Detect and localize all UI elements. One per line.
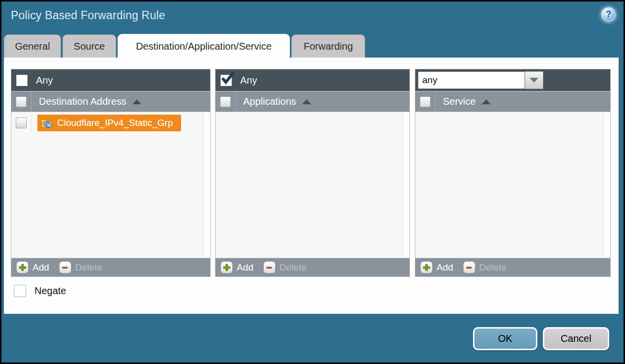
add-button[interactable]: Add	[16, 261, 49, 273]
add-button[interactable]: Add	[220, 261, 253, 273]
tab-bar: General Source Destination/Application/S…	[4, 34, 365, 58]
destination-any-bar: Any	[11, 69, 210, 91]
destination-select-all-checkbox[interactable]	[16, 96, 27, 107]
add-icon	[220, 261, 233, 273]
negate-option: Negate	[14, 285, 66, 297]
applications-select-all-cell	[216, 91, 236, 112]
tab-source[interactable]: Source	[62, 34, 116, 58]
delete-icon	[59, 261, 71, 273]
row-checkbox-cell	[11, 114, 31, 132]
delete-button-label: Delete	[479, 262, 506, 273]
service-list	[415, 112, 610, 258]
chevron-down-icon	[530, 78, 538, 83]
add-icon	[16, 261, 29, 273]
add-button-label: Add	[437, 262, 453, 273]
destination-address-column-header[interactable]: Destination Address	[11, 91, 210, 112]
tab-content-panel: Any Destination Address	[4, 58, 619, 314]
service-select-all-checkbox[interactable]	[420, 96, 431, 107]
sort-asc-icon	[482, 99, 491, 104]
service-panel: any Service	[415, 69, 611, 277]
add-button-label: Add	[237, 262, 253, 273]
destination-address-panel: Any Destination Address	[11, 69, 211, 277]
tab-general[interactable]: General	[4, 34, 61, 58]
applications-footer-bar: Add Delete	[216, 258, 409, 276]
service-footer-bar: Add Delete	[415, 258, 610, 276]
delete-button-label: Delete	[75, 262, 102, 273]
applications-panel: Any Applications Add	[215, 69, 410, 277]
delete-button[interactable]: Delete	[263, 261, 307, 273]
tab-forwarding[interactable]: Forwarding	[291, 34, 365, 58]
address-group-name: Cloudflare_IPv4_Static_Grp	[57, 118, 173, 128]
dropdown-button[interactable]	[525, 71, 543, 89]
applications-any-bar: Any	[216, 69, 409, 91]
ok-button[interactable]: OK	[473, 327, 537, 350]
delete-button[interactable]: Delete	[59, 261, 102, 273]
destination-select-all-cell	[11, 91, 31, 112]
service-select-all-cell	[415, 91, 436, 112]
negate-label: Negate	[34, 285, 66, 297]
destination-footer-bar: Add Delete	[11, 258, 210, 276]
add-icon	[420, 261, 433, 273]
service-dropdown[interactable]: any	[418, 71, 543, 89]
applications-any-label: Any	[240, 75, 257, 86]
scrollbar-track	[603, 112, 610, 258]
cancel-button[interactable]: Cancel	[543, 327, 609, 350]
dialog-title: Policy Based Forwarding Rule	[11, 9, 165, 22]
negate-checkbox[interactable]	[14, 285, 26, 297]
help-icon[interactable]: ?	[601, 7, 616, 22]
row-checkbox[interactable]	[16, 118, 27, 128]
service-dropdown-value[interactable]: any	[418, 71, 525, 89]
applications-select-all-checkbox[interactable]	[220, 96, 231, 107]
address-group-entry[interactable]: Cloudflare_IPv4_Static_Grp	[37, 115, 181, 131]
delete-icon	[263, 261, 276, 273]
destination-address-list: Cloudflare_IPv4_Static_Grp	[11, 112, 210, 258]
applications-column-header[interactable]: Applications	[216, 91, 409, 112]
applications-list	[216, 112, 409, 258]
applications-header-label: Applications	[243, 96, 296, 107]
add-button[interactable]: Add	[420, 261, 453, 273]
scrollbar-track	[403, 112, 409, 258]
sort-asc-icon	[302, 99, 311, 104]
sort-asc-icon	[132, 99, 141, 104]
service-column-header[interactable]: Service	[415, 91, 610, 112]
service-header-label: Service	[443, 96, 476, 107]
destination-any-checkbox[interactable]	[16, 75, 28, 86]
service-dropdown-bar: any	[415, 69, 610, 91]
applications-any-checkbox[interactable]	[220, 75, 232, 86]
add-button-label: Add	[32, 262, 49, 273]
destination-any-label: Any	[36, 75, 53, 86]
destination-address-header-label: Destination Address	[39, 96, 126, 107]
tab-destination-application-service[interactable]: Destination/Application/Service	[118, 34, 290, 59]
table-row[interactable]: Cloudflare_IPv4_Static_Grp	[11, 114, 210, 132]
scrollbar-track	[203, 112, 210, 258]
help-icon-glyph: ?	[606, 9, 611, 20]
delete-button-label: Delete	[280, 262, 307, 273]
policy-based-forwarding-rule-dialog: Policy Based Forwarding Rule ? General S…	[0, 0, 625, 364]
address-group-icon	[41, 118, 53, 128]
delete-button[interactable]: Delete	[463, 261, 506, 273]
delete-icon	[463, 261, 475, 273]
